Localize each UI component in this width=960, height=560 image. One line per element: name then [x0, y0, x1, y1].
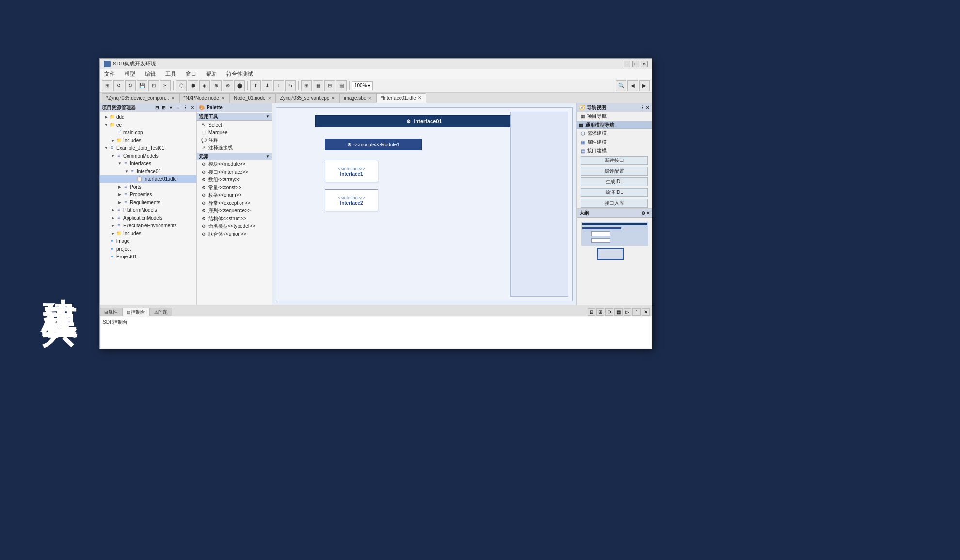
tree-item-ee[interactable]: ▼ 📁 ee	[100, 121, 196, 128]
tab-2-close[interactable]: ✕	[268, 96, 272, 101]
overview-settings-icon[interactable]: ⚙	[641, 211, 645, 216]
palette-sequence[interactable]: ⚙ 序列<<sequence>>	[197, 207, 272, 215]
maximize-button[interactable]: □	[632, 61, 639, 67]
tab-2[interactable]: Node_01.node ✕	[229, 93, 276, 103]
tree-item-executableenv[interactable]: ▶ ≡ ExecutableEnvrionments	[100, 222, 196, 229]
palette-union[interactable]: ⚙ 联合体<<union>>	[197, 230, 272, 238]
menu-edit[interactable]: 编辑	[143, 70, 158, 78]
interface-box-1[interactable]: <<interface>> Interface1	[325, 160, 378, 182]
close-button[interactable]: ✕	[641, 61, 648, 67]
palette-typedef[interactable]: ⚙ 命名类型<<typedef>>	[197, 223, 272, 230]
tree-sync-icon[interactable]: ↔	[176, 105, 180, 110]
palette-array[interactable]: ⚙ 数组<<array>>	[197, 176, 272, 184]
tree-item-platformmodels[interactable]: ▶ ≡ PlatformModels	[100, 206, 196, 214]
palette-exception[interactable]: ⚙ 异常<<exception>>	[197, 199, 272, 207]
toolbar-btn-5[interactable]: ⊡	[148, 80, 159, 91]
toolbar-btn-9[interactable]: ◈	[199, 80, 210, 91]
toolbar-btn-20[interactable]: ▤	[336, 80, 347, 91]
nav-new-interface-button[interactable]: 新建接口	[581, 156, 648, 165]
palette-module[interactable]: ⚙ 模块<<module>>	[197, 160, 272, 168]
toolbar-btn-12[interactable]: ⬤	[234, 80, 245, 91]
tab-4[interactable]: image.sbe ✕	[339, 93, 376, 103]
toolbar-btn-13[interactable]: ⬆	[250, 80, 261, 91]
tree-item-project[interactable]: ● project	[100, 245, 196, 253]
toolbar-btn-10[interactable]: ⊕	[211, 80, 222, 91]
tab-1-close[interactable]: ✕	[221, 96, 225, 101]
toolbar-btn-18[interactable]: ▦	[313, 80, 323, 91]
toolbar-btn-8[interactable]: ⬢	[188, 80, 198, 91]
tree-item-image[interactable]: ● image	[100, 237, 196, 245]
bottom-tab-problems[interactable]: ⚠ 问题	[150, 308, 172, 316]
tab-4-close[interactable]: ✕	[368, 96, 372, 101]
tab-3[interactable]: Zynq7035_servant.cpp ✕	[276, 93, 340, 103]
nav-close-icon[interactable]: ✕	[646, 105, 650, 110]
zoom-control[interactable]: 100% ▾	[352, 81, 373, 90]
bottom-tab-properties[interactable]: ⊞ 属性	[100, 308, 122, 316]
bottom-toolbar-btn2[interactable]: ⊞	[596, 308, 604, 316]
bottom-toolbar-btn6[interactable]: ⋮	[632, 308, 641, 316]
tree-filter-icon[interactable]: ▼	[169, 105, 173, 110]
tree-item-properties[interactable]: ▶ ≡ Properties	[100, 191, 196, 198]
toolbar-btn-15[interactable]: ↕	[273, 80, 284, 91]
tree-item-ports[interactable]: ▶ ≡ Ports	[100, 183, 196, 191]
nav-interface-repo-button[interactable]: 接口入库	[581, 199, 648, 208]
tab-3-close[interactable]: ✕	[331, 96, 335, 101]
bottom-toolbar-btn3[interactable]: ⚙	[605, 308, 613, 316]
menu-help[interactable]: 帮助	[204, 70, 219, 78]
tree-menu-icon[interactable]: ⋮	[183, 105, 188, 110]
palette-enum[interactable]: ⚙ 枚举<<enum>>	[197, 192, 272, 199]
toolbar-btn-14[interactable]: ⬇	[262, 80, 272, 91]
menu-window[interactable]: 窗口	[184, 70, 198, 78]
search-button[interactable]: 🔍	[616, 80, 626, 91]
tree-item-commonmodels[interactable]: ▼ ≡ CommonModels	[100, 152, 196, 160]
menu-tools[interactable]: 工具	[163, 70, 178, 78]
diagram-area[interactable]: ⚙ Interface01 引用的IDL ⚙ <<module>>Module1…	[272, 103, 576, 305]
nav-compile-idl-button[interactable]: 编泽IDL	[581, 188, 648, 197]
zoom-dropdown-icon[interactable]: ▾	[368, 83, 370, 88]
general-tools-collapse[interactable]: ▼	[266, 114, 270, 119]
menu-conformance[interactable]: 符合性测试	[224, 70, 255, 78]
tree-close-icon[interactable]: ✕	[191, 105, 194, 110]
tree-item-requirements[interactable]: ▶ ≡ Requirements	[100, 198, 196, 206]
interface-box-2[interactable]: <<interface>> Interface2	[325, 189, 378, 211]
tab-5[interactable]: *Interface01.idle ✕	[376, 93, 426, 103]
toolbar-btn-7[interactable]: ⬡	[176, 80, 187, 91]
palette-comment[interactable]: 💬 注释	[197, 136, 272, 144]
toolbar-btn-16[interactable]: ⇆	[285, 80, 296, 91]
toolbar-btn-3[interactable]: ↻	[125, 80, 136, 91]
overview-viewport[interactable]	[597, 248, 624, 260]
palette-const[interactable]: ⚙ 常量<<const>>	[197, 184, 272, 192]
palette-comment-line[interactable]: ↗ 注释连接线	[197, 144, 272, 152]
bottom-toolbar-btn5[interactable]: ▷	[624, 308, 631, 316]
nav-eval-config-button[interactable]: 编评配置	[581, 167, 648, 176]
bottom-toolbar-btn1[interactable]: ⊟	[588, 308, 595, 316]
nav-gen-idl-button[interactable]: 生成IDL	[581, 177, 648, 186]
tab-0[interactable]: *Zynq7035.device_compon... ✕	[102, 93, 179, 103]
tree-item-example[interactable]: ▼ ⚙ Example_Jorb_Test01	[100, 144, 196, 152]
tree-item-interface01-idle[interactable]: 📋 Interface01.idle	[100, 175, 196, 183]
tree-collapse-icon[interactable]: ⊟	[155, 105, 159, 110]
tree-item-interfaces[interactable]: ▼ ≡ Interfaces	[100, 160, 196, 167]
nav-requirement-modeling[interactable]: ⬡ 需求建模	[577, 129, 652, 138]
tree-item-includes2[interactable]: ▶ 📁 Includes	[100, 229, 196, 237]
nav-interface-modeling[interactable]: ▤ 接口建模	[577, 146, 652, 155]
minimize-button[interactable]: ─	[624, 61, 630, 67]
nav-attribute-modeling[interactable]: ▦ 属性建模	[577, 138, 652, 146]
bottom-toolbar-btn4[interactable]: ▦	[614, 308, 623, 316]
toolbar-btn-2[interactable]: ↺	[113, 80, 124, 91]
elements-section-collapse[interactable]: ▼	[266, 154, 270, 159]
nav-prev-button[interactable]: ◀	[627, 80, 638, 91]
tree-item-interface01-folder[interactable]: ▼ ≡ Interface01	[100, 167, 196, 175]
toolbar-btn-19[interactable]: ⊟	[324, 80, 335, 91]
bottom-tab-console[interactable]: ▤ 控制台	[122, 308, 150, 316]
bottom-toolbar-btn7[interactable]: ✕	[642, 308, 650, 316]
nav-project-nav[interactable]: ▦ 项目导航	[577, 112, 652, 121]
menu-model[interactable]: 模型	[123, 70, 137, 78]
palette-struct[interactable]: ⚙ 结构体<<struct>>	[197, 215, 272, 223]
tree-item-maincpp[interactable]: 📄 main.cpp	[100, 128, 196, 136]
nav-menu-icon[interactable]: ⋮	[640, 105, 645, 110]
tab-0-close[interactable]: ✕	[171, 96, 175, 101]
menu-file[interactable]: 文件	[102, 70, 117, 78]
tab-5-close[interactable]: ✕	[418, 96, 422, 100]
tab-1[interactable]: *NXPNode.node ✕	[179, 93, 229, 103]
